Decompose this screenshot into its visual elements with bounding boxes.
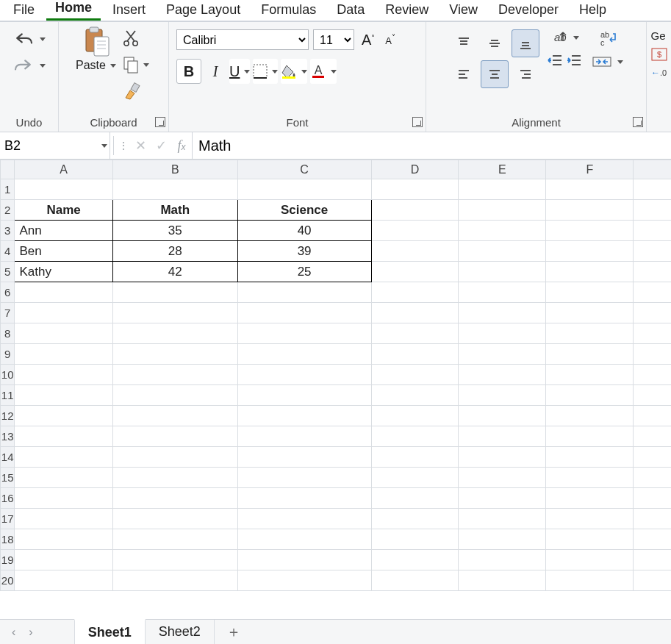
align-bottom-button[interactable]: [512, 29, 539, 57]
fill-color-button[interactable]: [281, 59, 307, 84]
row-header[interactable]: 10: [1, 365, 15, 385]
tab-view[interactable]: View: [440, 1, 487, 21]
col-header-D[interactable]: D: [371, 160, 459, 179]
row-header[interactable]: 14: [1, 447, 15, 468]
tab-page-layout[interactable]: Page Layout: [157, 1, 249, 21]
col-header-C[interactable]: C: [237, 160, 371, 179]
tab-review[interactable]: Review: [376, 1, 437, 21]
col-header-B[interactable]: B: [112, 160, 237, 179]
copy-button[interactable]: [123, 54, 152, 75]
col-header-F[interactable]: F: [546, 160, 634, 179]
sheet-nav-next[interactable]: ›: [29, 626, 32, 639]
tab-formulas[interactable]: Formulas: [252, 1, 325, 21]
orientation-button[interactable]: ab: [547, 29, 582, 46]
row-header[interactable]: 3: [1, 221, 15, 241]
align-top-button[interactable]: [450, 29, 478, 57]
decrease-font-button[interactable]: A˅: [382, 32, 398, 48]
align-middle-button[interactable]: [481, 29, 509, 57]
cell[interactable]: Science: [237, 200, 371, 221]
row-header[interactable]: 9: [1, 344, 15, 365]
paste-button[interactable]: Paste: [76, 26, 117, 72]
increase-indent-button[interactable]: [566, 53, 582, 68]
cell[interactable]: Kathy: [15, 262, 112, 282]
row-header[interactable]: 6: [1, 282, 15, 303]
undo-button[interactable]: [13, 31, 46, 47]
row-header[interactable]: 18: [1, 529, 15, 550]
scissors-icon: [123, 29, 139, 47]
row-header[interactable]: 20: [1, 570, 15, 591]
font-name-combo[interactable]: Calibri: [176, 29, 309, 50]
col-header-A[interactable]: A: [15, 160, 112, 179]
row-header[interactable]: 5: [1, 262, 15, 282]
tab-file[interactable]: File: [4, 1, 43, 21]
wrap-text-button[interactable]: abc: [592, 29, 623, 47]
worksheet-grid[interactable]: A B C D E F G H 1 2 Name Math Science 3 …: [0, 160, 671, 601]
tab-home[interactable]: Home: [46, 0, 101, 21]
clipboard-dialog-launcher[interactable]: [155, 117, 165, 127]
sheet-tab[interactable]: Sheet1: [74, 619, 146, 645]
enter-formula-button[interactable]: ✓: [151, 135, 171, 156]
name-box[interactable]: [0, 132, 96, 159]
col-header-G[interactable]: G: [634, 160, 671, 179]
cell[interactable]: 25: [237, 262, 371, 282]
row-header[interactable]: 19: [1, 550, 15, 570]
row-header[interactable]: 15: [1, 468, 15, 488]
merge-center-button[interactable]: [592, 54, 623, 69]
formula-input[interactable]: [192, 132, 671, 159]
align-left-button[interactable]: [450, 60, 478, 88]
align-right-button[interactable]: [512, 60, 539, 88]
bold-button[interactable]: B: [176, 59, 201, 84]
alignment-dialog-launcher[interactable]: [633, 117, 643, 127]
cell[interactable]: Ann: [15, 221, 112, 241]
row-header[interactable]: 1: [1, 179, 15, 200]
chevron-down-icon: [617, 60, 623, 64]
sheet-nav-prev[interactable]: ‹: [12, 626, 15, 639]
redo-button[interactable]: [13, 57, 46, 74]
cell[interactable]: 42: [112, 262, 237, 282]
cell[interactable]: 28: [112, 241, 237, 262]
row-header[interactable]: 16: [1, 488, 15, 509]
add-sheet-button[interactable]: ＋: [215, 618, 253, 644]
italic-button[interactable]: I: [204, 59, 226, 84]
svg-text:←: ←: [651, 68, 660, 78]
tab-developer[interactable]: Developer: [489, 1, 567, 21]
tab-insert[interactable]: Insert: [104, 1, 154, 21]
decrease-indent-button[interactable]: [547, 53, 563, 68]
name-box-dropdown[interactable]: [96, 132, 110, 159]
font-size-combo[interactable]: 11: [313, 29, 354, 50]
cell[interactable]: Math: [112, 200, 237, 221]
font-color-button[interactable]: A: [310, 59, 337, 84]
row-header[interactable]: 11: [1, 385, 15, 406]
cell[interactable]: Name: [15, 200, 112, 221]
cell[interactable]: Ben: [15, 241, 112, 262]
cancel-formula-button[interactable]: ✕: [130, 135, 151, 156]
row-header[interactable]: 7: [1, 303, 15, 323]
tab-data[interactable]: Data: [328, 1, 373, 21]
align-center-button[interactable]: [481, 60, 509, 88]
align-center-icon: [487, 67, 502, 82]
svg-rect-17: [312, 76, 324, 78]
increase-font-button[interactable]: A˄: [359, 30, 378, 50]
row-header[interactable]: 8: [1, 323, 15, 344]
row-header[interactable]: 12: [1, 406, 15, 426]
row-header[interactable]: 4: [1, 241, 15, 262]
cut-button[interactable]: [123, 28, 152, 49]
underline-button[interactable]: U: [229, 59, 250, 84]
row-header[interactable]: 2: [1, 200, 15, 221]
format-painter-button[interactable]: [123, 81, 152, 101]
tab-help[interactable]: Help: [570, 1, 615, 21]
insert-function-button[interactable]: fx: [171, 135, 192, 156]
row-header[interactable]: 17: [1, 509, 15, 529]
row-header[interactable]: 13: [1, 426, 15, 447]
group-alignment: ab abc Alignment: [426, 22, 647, 132]
cell[interactable]: 39: [237, 241, 371, 262]
borders-button[interactable]: [253, 59, 278, 84]
font-dialog-launcher[interactable]: [412, 117, 423, 127]
cell[interactable]: 35: [112, 221, 237, 241]
align-left-icon: [456, 67, 471, 82]
col-header-E[interactable]: E: [459, 160, 546, 179]
select-all-corner[interactable]: [1, 160, 15, 179]
sheet-tab[interactable]: Sheet2: [146, 620, 215, 644]
cell[interactable]: 40: [237, 221, 371, 241]
svg-rect-2: [94, 37, 109, 56]
